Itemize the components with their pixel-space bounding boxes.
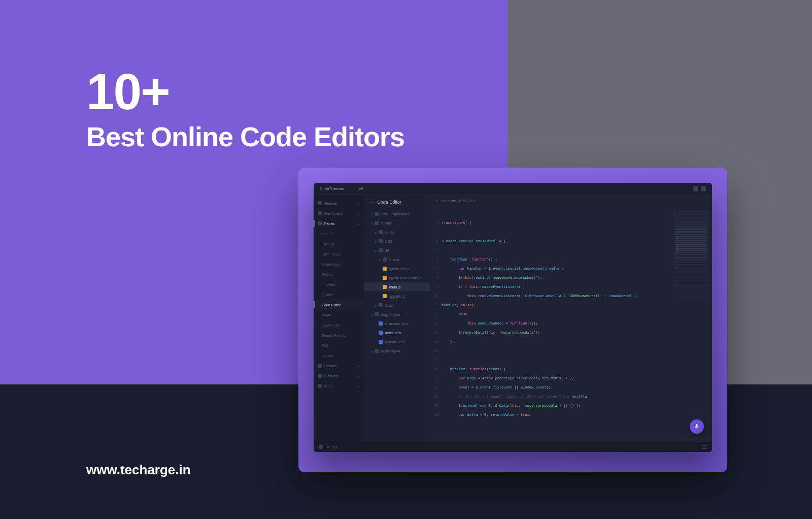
menu-icon[interactable] [702,447,707,447]
code-line[interactable]: teardown: function() { [442,255,712,264]
nav-item-label: Sign Up [322,242,360,246]
folder-row[interactable]: ▾JS [364,246,430,255]
nav-item[interactable]: Board [314,310,364,320]
html-icon [379,321,383,326]
chevron-right-icon: ▸ [358,374,360,378]
editor-file-tree: <> Code Editor ▾ Html5 hyperspace ▾Asset… [364,195,430,442]
nav-item[interactable]: Apps▸ [314,381,364,391]
file-label: bootstrapV4 [381,349,400,353]
code-line[interactable]: event = $.event.fix(event || window.even… [442,383,712,392]
code-line[interactable]: $.removeData(this, 'mwcursorposdata'); [442,328,712,337]
help-icon[interactable] [701,186,706,191]
grid-icon [318,201,322,205]
code-lines[interactable]: (function($) {$.event.special.mousewheel… [442,207,712,442]
code-line[interactable]: $(this).unbind('mousemove.mousewheel'); [442,273,712,282]
editor-tab[interactable]: functions - 2/06/2019 [442,199,475,203]
code-line[interactable]: // Get correct pageX, pageY, clientX and… [442,392,712,401]
nav-item[interactable]: Forgot Pass [314,259,364,269]
nav-item[interactable]: General▸ [314,198,364,208]
nav-item[interactable]: Dashboard▸ [314,208,364,218]
nav-item-label: Log In [322,232,360,236]
code-line[interactable] [442,228,712,237]
file-row[interactable]: main.js [364,282,430,291]
line-number: 4 [430,237,442,246]
caret-icon: ▸ [374,231,378,234]
folder-icon [375,212,379,216]
code-line[interactable]: this.onmousewheel = function(){}; [442,319,712,328]
code-line[interactable] [442,246,712,255]
nav-item[interactable]: Sign Up [314,239,364,249]
folder-row[interactable]: ▸Sass [364,301,430,310]
line-number: 5 [430,246,442,255]
code-line[interactable]: var args = Array.prototype.slice.call( a… [442,374,712,383]
nav-item[interactable]: Error Pages [314,249,364,259]
code-line[interactable]: handler: function(event) { [442,365,712,374]
caret-icon: ▾ [374,249,378,252]
folder-row[interactable]: ▸CSS [364,237,430,246]
file-label: jquery.min.js [389,267,409,271]
line-number: 12 [430,310,442,319]
nav-item[interactable]: Gallery [314,289,364,300]
file-label: Fonts [385,231,394,234]
folder-icon [379,248,383,252]
settings-icon[interactable] [693,186,698,191]
code-line[interactable]: var delta = 0, returnValue = true; [442,410,712,419]
folder-icon [379,303,383,307]
file-row[interactable]: Elements.html [364,319,430,328]
file-row[interactable]: jquery.scroller.min.js [364,273,430,282]
code-line[interactable] [442,355,712,365]
nav-item[interactable]: User Profile [314,320,364,330]
file-row[interactable]: app.min.js [364,291,430,301]
file-panel-title: <> Code Editor [364,195,430,209]
file-row[interactable]: jquery.min.js [364,264,430,273]
nav-item[interactable]: FAQ [314,340,364,350]
folder-row[interactable]: ▸Fonts [364,228,430,237]
caret-icon: ▸ [374,304,378,307]
file-label: app.min.js [389,295,405,298]
nav-item[interactable]: Elements▸ [314,371,364,381]
folder-icon [375,312,379,316]
code-line[interactable] [442,346,712,355]
file-root[interactable]: ▾ Html5 hyperspace [364,209,430,218]
nav-item-label: Pricing [322,273,360,276]
code-line[interactable]: if ( this.removeEventListener ) [442,282,712,291]
folder-row[interactable]: ▸bootstrapV4 [364,346,430,355]
code-line[interactable]: $.extend( event, $.data(this, 'mwcursorp… [442,401,712,410]
headline-block: 10+ Best Online Code Editors [86,66,404,152]
line-number: 16 [430,346,442,355]
folder-row[interactable]: ▸Charts [364,255,430,264]
folder-icon [379,239,383,243]
line-number: 7 [430,264,442,273]
code-line[interactable]: $.event.special.mousewheel = { [442,237,712,246]
nav-item[interactable]: Layouts▸ [314,361,364,371]
folder-row[interactable]: ▾Assets [364,218,430,228]
nav-item[interactable]: Search Results [314,330,364,340]
code-line[interactable]: else [442,310,712,319]
editor-card: NinjaThemes v2 General▸Dashboard▸Pages▸L… [298,168,727,472]
nav-item[interactable]: Invoice [314,350,364,361]
code-line[interactable] [442,209,712,218]
html-icon [379,340,383,344]
line-number: 2 [430,218,442,228]
fab-button[interactable] [690,419,704,434]
code-line[interactable]: (function($) { [442,218,712,228]
nav-item-label: User Profile [322,323,360,327]
folder-icon [375,349,379,353]
folder-row[interactable]: ▸img_images [364,310,430,319]
nav-item[interactable]: Code Editor [314,300,364,310]
nav-item-label: Code Editor [322,303,360,307]
headline-count: 10+ [86,66,404,117]
nav-item[interactable]: Pages▸ [314,218,364,229]
minimap[interactable] [673,210,709,302]
file-row[interactable]: index.html [364,328,430,337]
nav-item[interactable]: Timeline [314,279,364,289]
nav-item[interactable]: Log In [314,229,364,239]
nav-item[interactable]: Pricing [314,269,364,279]
code-line[interactable]: }, [442,337,712,346]
code-icon: <> [369,200,374,205]
js-icon [383,276,387,280]
code-line[interactable]: this.removeEventListener( ($.browser.moz… [442,291,712,301]
file-row[interactable]: generic.html [364,337,430,346]
code-line[interactable]: var handler = $.event.special.mousewheel… [442,264,712,273]
code-line[interactable]: handler, false); [442,301,712,310]
